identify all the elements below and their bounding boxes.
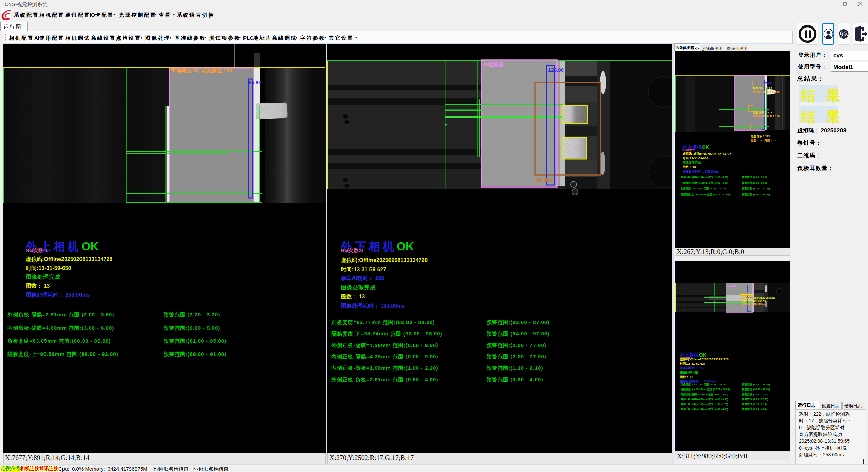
svg-text:亮度:120 面积:0.35 OK: 亮度:120 面积:0.35 OK xyxy=(741,299,766,303)
svg-text:宽度:33.04 高度:25.88 350x239: 宽度:33.04 高度:25.88 350x239 xyxy=(742,296,775,299)
svg-text:宽度:1.775 高度:1.343: 宽度:1.775 高度:1.343 xyxy=(753,90,780,93)
svg-text:宽度:0.885 高度:2.168: 宽度:0.885 高度:2.168 xyxy=(753,114,780,118)
svg-text:亮度 面积:1.391: 亮度 面积:1.391 xyxy=(750,134,770,138)
svg-text:AI检测框: AI检测框 xyxy=(483,61,504,67)
svg-text:亮度 面积:1.226: 亮度 面积:1.226 xyxy=(752,86,772,90)
svg-text:极耳区域: 极耳区域 xyxy=(535,178,553,183)
svg-text:宽度:1.221 高度:1.751: 宽度:1.221 高度:1.751 xyxy=(751,139,778,142)
svg-text:平均阈值:93, 动态阈值:100: 平均阈值:93, 动态阈值:100 xyxy=(171,68,232,73)
svg-text:85.88: 85.88 xyxy=(249,79,261,85)
svg-text:AI检测框: AI检测框 xyxy=(727,285,737,288)
svg-text:极耳区域:2 耗时165ms: 极耳区域:2 耗时165ms xyxy=(741,303,766,306)
svg-text:123.80: 123.80 xyxy=(548,67,564,73)
svg-text:亮度 面积:1.573: 亮度 面积:1.573 xyxy=(752,111,772,114)
svg-text:85.88: 85.88 xyxy=(765,81,772,85)
